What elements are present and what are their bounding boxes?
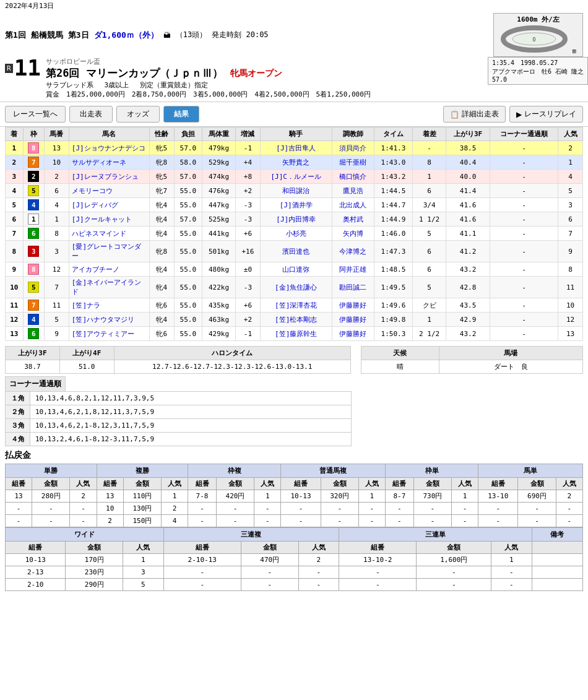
back-button[interactable]: レース一覧へ [5,106,66,123]
cell-popularity: 11 [558,277,583,298]
cell-change: -3 [236,277,261,298]
cell-popularity: 3 [558,198,583,212]
cell-horse[interactable]: [J]クールキャット [69,212,149,227]
cell-weight: 529kg [202,155,236,170]
table-row: 1 8 13 [J]ショウナンナデシコ 牝5 57.0 479kg -1 [J]… [6,141,583,155]
cell-jockey[interactable]: 山口達弥 [260,262,332,277]
race-venue: 船橋競馬 [31,30,63,41]
cell-jockey[interactable]: [笠]松本剛志 [260,313,332,327]
results-button[interactable]: 結果 [163,106,199,123]
cell-horse[interactable]: サルサディオーネ [69,155,149,170]
cell-horse[interactable]: [金]ネイバーアイランド [69,277,149,298]
odds-button[interactable]: オッズ [116,106,160,123]
cell-horse[interactable]: アイカブチーノ [69,262,149,277]
cell-jockey[interactable]: 和田譲治 [260,184,332,198]
cell-umaban: 4 [45,198,69,212]
cell-horse[interactable]: メモリーコウ [69,184,149,198]
cell-sexage: 牝5 [149,170,174,184]
payout-sub-table: ワイド 三連複 三連単 備考 組番 金額 人気 組番 金額 人気 組番 金額 [5,527,583,591]
cell-jockey[interactable]: 矢野貴之 [260,155,332,170]
col-diff: 着差 [413,127,446,141]
cell-jockey[interactable]: [J]C．ルメール [260,170,332,184]
cell-diff: 1 [413,313,446,327]
track-header: 馬場 [439,347,582,360]
cell-change: +2 [236,313,261,327]
cell-trainer[interactable]: 伊藤勝好 [332,313,374,327]
cell-jockey[interactable]: [金]魚住謙心 [260,277,332,298]
race-distance: ダ1,600ｍ（外） [94,30,158,41]
corner-table: １角 10,13,4,6,8,2,1,12,11,7,3,9,5 ２角 10,1… [5,391,352,446]
cell-trainer[interactable]: 矢内博 [332,227,374,241]
cell-waku: 7 [23,298,45,313]
cell-waku: 8 [23,141,45,155]
cell-sexage: 牝4 [149,227,174,241]
cell-jockey[interactable]: [笠]藤原幹生 [260,327,332,341]
cell-jockey[interactable]: 小杉亮 [260,227,332,241]
cell-weight: 501kg [202,241,236,262]
cell-horse[interactable]: [笠]ナラ [69,298,149,313]
cell-waku: 6 [23,327,45,341]
cell-time: 1:49.6 [374,298,412,313]
race-day: 第3日 [68,30,89,41]
cell-change: +16 [236,241,261,262]
harlon-table: 上がり3F 上がり4F ハロンタイム 38.7 51.0 12.7-12.6-1… [5,346,351,374]
cell-horse[interactable]: [J]レーヌブランシュ [69,170,149,184]
cell-last3f: 38.5 [446,141,490,155]
cell-futan: 57.0 [174,141,202,155]
corner-4-label: ４角 [6,433,30,446]
track-expand-icon[interactable]: ⊞ [573,48,576,54]
cell-time: 1:43.0 [374,155,412,170]
cell-trainer[interactable]: 伊藤勝好 [332,298,374,313]
cell-corner: - [490,327,558,341]
cell-trainer[interactable]: 今津博之 [332,241,374,262]
cell-trainer[interactable]: 阿井正雄 [332,262,374,277]
cell-futan: 55.0 [174,227,202,241]
cell-umaban: 6 [45,184,69,198]
cell-trainer[interactable]: 北出成人 [332,198,374,212]
cell-jockey[interactable]: [J]吉田隼人 [260,141,332,155]
cell-diff: 5 [413,277,446,298]
cell-diff: 6 [413,262,446,277]
track-icon: 🏔 [163,31,171,40]
cell-trainer[interactable]: 伊藤勝好 [332,327,374,341]
entries-button[interactable]: 出走表 [69,106,113,123]
cell-horse[interactable]: [J]ショウナンナデシコ [69,141,149,155]
cell-horse[interactable]: [笠]ハナウタマジリ [69,313,149,327]
cell-horse[interactable]: [J]レディバグ [69,198,149,212]
cell-jockey[interactable]: [J]酒井学 [260,198,332,212]
col-horse: 馬名 [69,127,149,141]
payout-title: 払戻金 [5,450,583,461]
cell-horse[interactable]: [愛]グレートコマンダー [69,241,149,262]
cell-waku: 4 [23,313,45,327]
cell-corner: - [490,262,558,277]
cell-jockey[interactable]: [笠]深澤杏花 [260,298,332,313]
replay-button[interactable]: ▶ レースリプレイ [509,106,583,123]
cell-trainer[interactable]: 須貝尚介 [332,141,374,155]
harlon-3f-value: 38.7 [6,360,60,374]
wakutan-header: 枠単 [385,464,478,478]
cell-jockey[interactable]: 濱田達也 [260,241,332,262]
cell-corner: - [490,241,558,262]
cell-trainer[interactable]: 橋口慎介 [332,170,374,184]
payout-sub-row: 2-13 230円 3 - - - - - - [6,566,583,579]
harlon-4f-value: 51.0 [59,360,114,374]
cell-popularity: 12 [558,313,583,327]
cell-diff: - [413,141,446,155]
col-rank: 着 [6,127,24,141]
cell-popularity: 10 [558,298,583,313]
cell-trainer[interactable]: 堀千亜樹 [332,155,374,170]
fukusho-header: 複勝 [97,464,188,478]
cell-last3f: 41.2 [446,241,490,262]
cell-trainer[interactable]: 奥村武 [332,212,374,227]
cell-popularity: 13 [558,327,583,341]
cell-trainer[interactable]: 鷹見浩 [332,184,374,198]
cell-popularity: 4 [558,170,583,184]
detail-button[interactable]: 📋 詳細出走表 [443,106,506,123]
cell-waku: 5 [23,277,45,298]
cell-change: -3 [236,212,261,227]
cell-futan: 55.0 [174,298,202,313]
cell-trainer[interactable]: 勘田誠二 [332,277,374,298]
cell-horse[interactable]: [笠]アウティミアー [69,327,149,341]
cell-horse[interactable]: ハピネスマインド [69,227,149,241]
cell-jockey[interactable]: [J]内田博幸 [260,212,332,227]
